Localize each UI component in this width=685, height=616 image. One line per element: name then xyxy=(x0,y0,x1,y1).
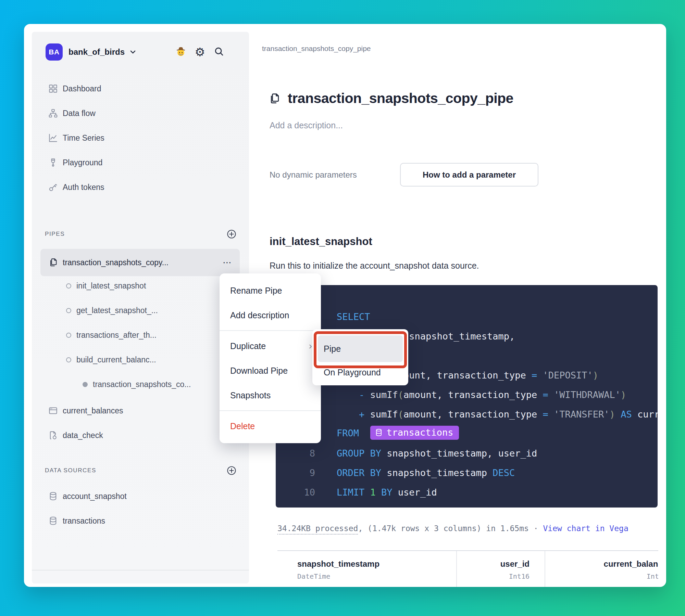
view-chart-link[interactable]: View chart in Vega xyxy=(543,524,628,533)
check-icon xyxy=(48,430,58,440)
chevron-right-icon: › xyxy=(309,341,312,351)
code-line: 8GROUP BY snapshot_timestamp, user_id xyxy=(276,444,658,463)
menu-item-label: Download Pipe xyxy=(230,366,288,376)
search-icon[interactable] xyxy=(213,46,224,58)
sidebar-item-time-series[interactable]: Time Series xyxy=(32,126,249,150)
menu-divider xyxy=(220,330,321,331)
sidebar-item-label: current_balances xyxy=(63,406,123,415)
line-number: 10 xyxy=(276,487,315,498)
stats-details: , (1.47k rows x 3 columns) in 1.65ms xyxy=(358,524,529,533)
sidebar-item-data-flow[interactable]: Data flow xyxy=(32,101,249,126)
sidebar-nav: DashboardData flowTime SeriesPlaygroundA… xyxy=(32,76,249,200)
duplicate-submenu: PipeOn Playground xyxy=(312,329,408,385)
menu-item-duplicate[interactable]: Duplicate› xyxy=(220,334,321,358)
sidebar-item-label: Playground xyxy=(63,158,102,167)
add-pipe-icon[interactable] xyxy=(226,229,237,239)
chart-icon xyxy=(48,133,58,143)
page-title-row: transaction_snapshots_copy_pipe xyxy=(268,90,513,106)
workspace-switcher[interactable]: BA bank_of_birds ⚙ xyxy=(46,43,237,61)
pipes-list: current_balancesdata_check xyxy=(32,398,249,448)
add-datasource-icon[interactable] xyxy=(226,465,237,476)
pipe-node-label: transaction_snapshots_co... xyxy=(93,380,191,389)
sidebar-datasource-transactions[interactable]: transactions xyxy=(32,509,249,533)
pipes-section-header: PIPES xyxy=(45,229,237,239)
database-icon xyxy=(48,491,58,501)
workspace-name[interactable]: bank_of_birds xyxy=(68,47,125,57)
menu-item-label: Delete xyxy=(230,421,255,431)
code-line: 6 + sumIf(amount, transaction_type = 'TR… xyxy=(276,405,658,424)
cowboy-emoji-icon xyxy=(175,46,187,59)
pipe-node-label: build_current_balanc... xyxy=(76,355,156,364)
workspace-avatar[interactable]: BA xyxy=(46,43,63,61)
datasources-section-header: DATA SOURCES xyxy=(45,465,237,476)
menu-item-add-description[interactable]: Add description xyxy=(220,303,321,328)
menu-divider xyxy=(220,410,321,411)
table-chip-transactions[interactable]: transactions xyxy=(370,426,459,440)
menu-item-download-pipe[interactable]: Download Pipe xyxy=(220,358,321,383)
stats-separator: · xyxy=(534,524,538,533)
grid-icon xyxy=(48,84,58,94)
code-line: 1SELECT xyxy=(276,307,658,326)
database-icon xyxy=(48,516,58,526)
flow-icon xyxy=(48,108,58,118)
code-line: 10LIMIT 1 BY user_id xyxy=(276,483,658,502)
menu-item-delete[interactable]: Delete xyxy=(220,414,321,438)
column-name: user_id xyxy=(457,559,530,569)
pipe-node-label: init_latest_snapshot xyxy=(76,281,146,291)
sidebar-item-label: account_snapshot xyxy=(63,492,127,501)
pipe-node-transaction_snapshots_co[interactable]: transaction_snapshots_co... xyxy=(32,372,249,397)
pipe-icon xyxy=(268,92,281,105)
result-column-current_balance: current_balanceInt64 xyxy=(545,551,658,587)
result-table-header: snapshot_timestampDateTimeuser_idInt16cu… xyxy=(277,550,658,587)
result-column-user_id: user_idInt16 xyxy=(457,551,545,587)
endpoint-icon xyxy=(48,406,58,416)
pipe-node-transactions_after_th[interactable]: transactions_after_th... xyxy=(32,323,249,347)
sidebar-item-label: Auth tokens xyxy=(63,183,104,192)
sql-editor[interactable]: 1SELECT2 snapshot_timestamp,3 user_id,4 … xyxy=(276,285,658,508)
sidebar-item-dashboard[interactable]: Dashboard xyxy=(32,76,249,101)
sidebar-item-pipe-selected[interactable]: transaction_snapshots_copy... ⋯ xyxy=(40,249,240,276)
pipe-icon xyxy=(48,257,58,268)
key-icon xyxy=(48,182,58,192)
menu-item-rename-pipe[interactable]: Rename Pipe xyxy=(220,278,321,303)
page-title: transaction_snapshots_copy_pipe xyxy=(288,90,513,106)
sidebar-item-label: Time Series xyxy=(63,133,104,143)
submenu-item-pipe[interactable]: Pipe xyxy=(318,335,403,362)
sidebar-divider xyxy=(32,570,249,570)
description-placeholder[interactable]: Add a description... xyxy=(270,120,343,130)
pipe-node-tree: init_latest_snapshotget_latest_snapshot_… xyxy=(32,273,249,397)
sidebar-item-data_check[interactable]: data_check xyxy=(32,423,249,448)
submenu-item-on-playground[interactable]: On Playground xyxy=(318,363,403,381)
pipe-selected-label: transaction_snapshots_copy... xyxy=(63,258,223,267)
bytes-processed[interactable]: 34.24KB processed xyxy=(277,524,358,535)
chevron-down-icon xyxy=(129,48,137,56)
pipe-node-get_latest_snapshot_[interactable]: get_latest_snapshot_... xyxy=(32,298,249,323)
menu-item-snapshots[interactable]: Snapshots xyxy=(220,383,321,408)
how-to-add-parameter-button[interactable]: How to add a parameter xyxy=(400,163,538,187)
node-circle-icon xyxy=(65,331,72,339)
node-circle-icon xyxy=(65,282,72,290)
gear-icon[interactable]: ⚙ xyxy=(195,46,205,58)
query-stats: 34.24KB processed, (1.47k rows x 3 colum… xyxy=(277,524,628,533)
pipes-header-label: PIPES xyxy=(45,231,65,238)
datasources-header-label: DATA SOURCES xyxy=(45,467,96,474)
column-type: DateTime xyxy=(297,572,456,580)
sidebar: BA bank_of_birds ⚙ xyxy=(32,32,249,583)
sidebar-header-icons: ⚙ xyxy=(175,43,224,61)
sidebar-item-auth-tokens[interactable]: Auth tokens xyxy=(32,175,249,200)
pipe-node-label: transactions_after_th... xyxy=(76,331,157,340)
parameters-status: No dynamic parameters xyxy=(270,170,357,180)
menu-item-label: Snapshots xyxy=(230,390,271,400)
sidebar-item-current_balances[interactable]: current_balances xyxy=(32,398,249,423)
menu-item-label: Duplicate xyxy=(230,341,266,351)
breadcrumb: transaction_snapshots_copy_pipe xyxy=(262,44,371,53)
pipe-node-init_latest_snapshot[interactable]: init_latest_snapshot xyxy=(32,273,249,298)
sidebar-datasource-account_snapshot[interactable]: account_snapshot xyxy=(32,484,249,509)
code-line: 9ORDER BY snapshot_timestamp DESC xyxy=(276,463,658,483)
node-title: init_latest_snapshot xyxy=(270,235,372,248)
pipe-node-build_current_balanc[interactable]: build_current_balanc... xyxy=(32,347,249,372)
pipe-more-icon[interactable]: ⋯ xyxy=(223,257,232,268)
sidebar-item-playground[interactable]: Playground xyxy=(32,150,249,175)
sidebar-item-label: Data flow xyxy=(63,109,96,118)
chip-label: transactions xyxy=(387,427,453,438)
